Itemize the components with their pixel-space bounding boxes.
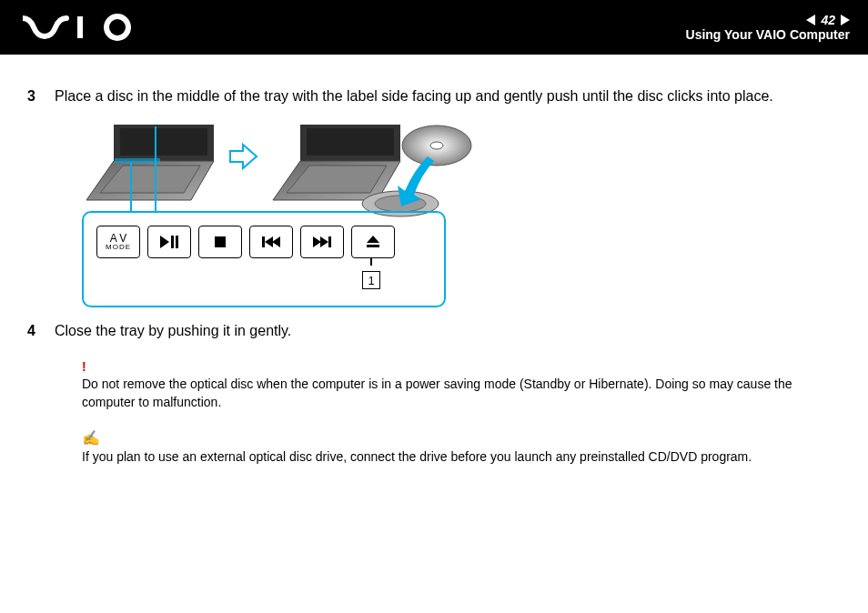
page-number: 42 — [821, 13, 835, 27]
svg-rect-26 — [328, 236, 331, 247]
prev-page-icon[interactable] — [806, 15, 815, 25]
laptop-disc-illustration — [268, 120, 478, 220]
next-page-icon[interactable] — [841, 15, 850, 25]
svg-marker-27 — [367, 236, 379, 243]
svg-marker-23 — [272, 236, 280, 247]
play-pause-key — [147, 226, 191, 258]
svg-marker-22 — [265, 236, 273, 247]
svg-marker-24 — [313, 236, 321, 247]
step-text: Close the tray by pushing it in gently. — [55, 321, 291, 341]
svg-rect-18 — [176, 236, 178, 248]
eject-key — [351, 226, 395, 258]
svg-rect-19 — [215, 236, 226, 247]
warning-note: ! Do not remove the optical disc when th… — [82, 358, 841, 412]
section-title: Using Your VAIO Computer — [686, 27, 850, 42]
svg-rect-5 — [120, 128, 207, 156]
page-header: 42 Using Your VAIO Computer — [0, 0, 868, 55]
instruction-figure: A V MODE 1 — [82, 120, 841, 307]
svg-rect-28 — [367, 245, 379, 247]
buttons-callout: A V MODE 1 — [82, 211, 446, 307]
svg-rect-0 — [77, 16, 83, 38]
media-buttons-row: A V MODE — [96, 226, 431, 258]
next-track-key — [300, 226, 344, 258]
laptop-closed-illustration — [82, 120, 218, 211]
step-4: 4 Close the tray by pushing it in gently… — [27, 321, 841, 341]
prev-track-key — [249, 226, 293, 258]
callout-marker: 1 — [362, 271, 380, 289]
marker-connector — [370, 258, 372, 266]
page-navigator: 42 — [686, 13, 850, 27]
step-3: 3 Place a disc in the middle of the tray… — [27, 86, 841, 106]
stop-key — [198, 226, 242, 258]
arrow-right-icon — [227, 141, 259, 173]
av-sublabel: MODE — [106, 244, 131, 251]
tip-text: If you plan to use an external optical d… — [82, 448, 841, 467]
warning-icon: ! — [82, 358, 841, 377]
header-right: 42 Using Your VAIO Computer — [686, 13, 850, 42]
tip-icon: ✍ — [82, 428, 841, 448]
callout-connector — [155, 126, 156, 213]
page-content: 3 Place a disc in the middle of the tray… — [0, 55, 868, 467]
step-number: 4 — [27, 321, 38, 341]
svg-marker-25 — [320, 236, 328, 247]
vaio-logo — [23, 0, 141, 55]
svg-point-15 — [430, 142, 443, 149]
svg-rect-17 — [171, 236, 174, 248]
svg-rect-11 — [307, 128, 394, 156]
step-text: Place a disc in the middle of the tray w… — [55, 86, 773, 106]
svg-point-1 — [106, 16, 128, 38]
av-mode-key: A V MODE — [96, 226, 140, 258]
svg-rect-20 — [262, 236, 265, 247]
tip-note: ✍ If you plan to use an external optical… — [82, 428, 841, 467]
warning-text: Do not remove the optical disc when the … — [82, 376, 841, 411]
step-number: 3 — [27, 86, 38, 106]
svg-rect-6 — [115, 158, 160, 163]
svg-marker-16 — [160, 236, 169, 248]
